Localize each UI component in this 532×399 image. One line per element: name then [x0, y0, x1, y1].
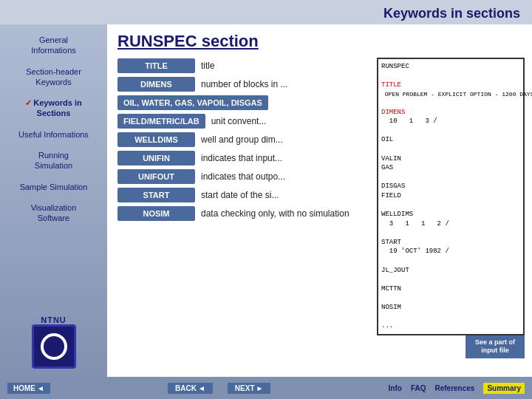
code-line — [381, 173, 520, 183]
sidebar-label: General Informations — [31, 35, 76, 55]
code-line — [381, 145, 520, 154]
info-link[interactable]: Info — [389, 384, 402, 392]
code-line: RUNSPEC — [381, 62, 520, 72]
home-label: HOME — [13, 384, 35, 392]
code-line — [381, 72, 520, 81]
faq-link[interactable]: FAQ — [411, 384, 426, 392]
sidebar-label: Running Simulation — [35, 151, 72, 170]
code-line: OIL — [381, 135, 520, 145]
keyword-button-nosim[interactable]: NOSIM — [117, 206, 195, 221]
code-line — [381, 228, 520, 238]
code-line: ... — [381, 321, 520, 331]
references-link[interactable]: References — [434, 384, 474, 392]
code-line: GAS — [381, 163, 520, 173]
code-line — [381, 126, 520, 136]
sidebar-item-running-simulation[interactable]: Running Simulation — [0, 146, 107, 176]
sidebar-label: Useful Informations — [18, 130, 89, 139]
keyword-button-title[interactable]: TITLE — [117, 58, 195, 73]
code-line: VALIN — [381, 154, 520, 164]
content-area: RUNSPEC section TITLE title DIMENS numbe… — [107, 24, 532, 385]
sidebar-item-visualization-software[interactable]: Visualization Software — [0, 198, 107, 228]
keyword-button-dimens[interactable]: DIMENS — [117, 77, 195, 92]
sidebar-item-useful-informations[interactable]: Useful Informations — [0, 125, 107, 144]
nav-right: Info FAQ References Summary — [389, 383, 525, 394]
logo-box — [32, 324, 76, 369]
back-button[interactable]: BACK — [168, 383, 213, 394]
code-line — [381, 313, 520, 322]
code-line: 19 'OCT' 1982 / — [381, 247, 520, 256]
nav-left: HOME — [7, 383, 50, 394]
code-line: 3 1 1 2 / — [381, 219, 520, 229]
next-label: NEXT — [235, 384, 255, 392]
sidebar-label: Visualization Software — [31, 203, 77, 222]
back-arrow-icon — [198, 384, 205, 392]
keyword-button-field-metric[interactable]: FIELD/METRIC/LAB — [117, 114, 205, 129]
sidebar: General Informations Section-header Keyw… — [0, 24, 107, 385]
code-line: TITLE — [381, 81, 520, 90]
code-line — [381, 98, 520, 108]
summary-link[interactable]: Summary — [483, 383, 525, 394]
sidebar-item-general-informations[interactable]: General Informations — [0, 30, 107, 61]
back-label: BACK — [175, 384, 197, 392]
keyword-button-welldims[interactable]: WELLDIMS — [117, 132, 195, 147]
keyword-button-start[interactable]: START — [117, 188, 195, 202]
sidebar-label: Sample Simulation — [20, 183, 88, 191]
page-header: Keywords in sections — [0, 0, 532, 24]
code-line: FIELD — [381, 191, 520, 201]
next-button[interactable]: NEXT — [228, 383, 271, 394]
code-line: NOSIM — [381, 303, 520, 313]
code-line: 10 1 3 / — [381, 117, 520, 126]
code-line — [381, 256, 520, 266]
sidebar-label: Keywords in Sections — [33, 98, 81, 117]
checkmark-icon: ✓ — [25, 98, 32, 108]
see-a-part-button[interactable]: See a part of input file — [466, 335, 525, 358]
sidebar-label: Section-header Keywords — [26, 67, 81, 86]
code-panel: RUNSPEC TITLE OPEN PROBLEM - EXPLICIT OP… — [377, 58, 525, 335]
sidebar-item-sample-simulation[interactable]: Sample Simulation — [0, 177, 107, 197]
keyword-button-unifin[interactable]: UNIFIN — [117, 151, 195, 166]
code-line — [381, 201, 520, 211]
code-line: DISGAS — [381, 182, 520, 191]
keyword-button-unifout[interactable]: UNIFOUT — [117, 169, 195, 184]
code-line: MCTTN — [381, 284, 520, 294]
home-arrow-icon — [37, 384, 44, 392]
sidebar-item-section-header-keywords[interactable]: Section-header Keywords — [0, 62, 107, 92]
code-line: START — [381, 238, 520, 248]
home-button[interactable]: HOME — [7, 383, 50, 394]
next-arrow-icon — [256, 384, 264, 392]
section-title: RUNSPEC section — [117, 32, 522, 51]
keyword-button-oil-water-gas[interactable]: OIL, WATER, GAS, VAPOIL, DISGAS — [117, 95, 268, 110]
code-line: JL_JOUT — [381, 266, 520, 276]
code-line — [381, 293, 520, 303]
code-line — [381, 275, 520, 284]
code-line: DIMENS — [381, 108, 520, 117]
sidebar-logo: NTNU — [0, 308, 107, 379]
sidebar-item-keywords-in-sections[interactable]: ✓Keywords in Sections — [0, 93, 107, 123]
nav-center: BACK NEXT — [168, 383, 270, 394]
logo-text: NTNU — [7, 316, 100, 324]
code-line: WELLDIMS — [381, 210, 520, 219]
code-line: OPEN PROBLEM - EXPLICIT OPTION - 1200 DA… — [381, 90, 520, 98]
bottom-nav: HOME BACK NEXT Info FAQ References Summa… — [0, 377, 532, 399]
logo-circle — [41, 333, 67, 360]
